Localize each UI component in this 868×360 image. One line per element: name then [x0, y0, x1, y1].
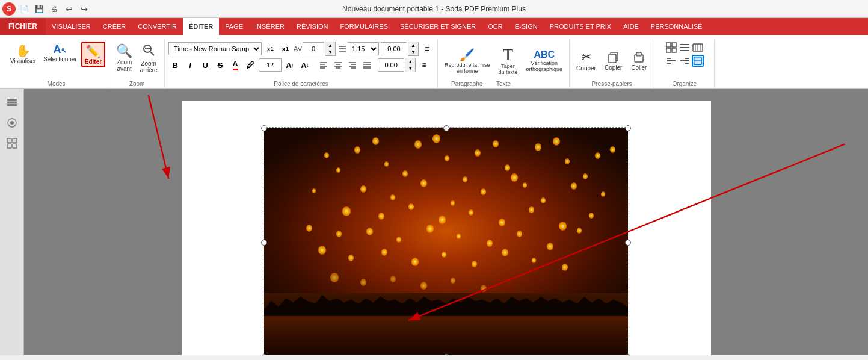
align-left-btn[interactable]: [317, 58, 330, 72]
menu-creer[interactable]: CRÉER: [97, 18, 132, 35]
verification-btn[interactable]: ABC Vérificationorthographique: [523, 48, 566, 74]
selectionner-btn[interactable]: A↖ Sélectionner: [40, 42, 80, 64]
left-sidebar: [0, 89, 24, 355]
grow-font-btn[interactable]: A↑: [283, 58, 297, 72]
handle-bc[interactable]: [443, 354, 449, 355]
menu-ocr[interactable]: OCR: [482, 18, 508, 35]
visualiser-btn[interactable]: ✋ Visualiser: [7, 42, 39, 66]
align-center-btn[interactable]: [331, 58, 345, 72]
shrink-font-btn[interactable]: A↓: [298, 58, 312, 72]
print-button[interactable]: 🖨: [48, 2, 61, 16]
bold-btn[interactable]: B: [168, 58, 182, 72]
align-right-btn[interactable]: [346, 58, 359, 72]
menu-esign[interactable]: E-SIGN: [509, 18, 544, 35]
layers-btn[interactable]: [4, 94, 20, 111]
svg-rect-53: [7, 144, 11, 148]
font-size-input[interactable]: [259, 58, 282, 72]
highlight-btn[interactable]: 🖊: [244, 58, 257, 72]
superscript-btn[interactable]: x1: [263, 42, 277, 55]
handle-tc[interactable]: [443, 125, 449, 131]
content-btn[interactable]: [4, 114, 20, 131]
menu-editer[interactable]: ÉDITER: [183, 18, 219, 35]
line-spacing-icon: [337, 44, 347, 54]
strikethrough-btn[interactable]: S: [214, 58, 227, 72]
indent-input[interactable]: [381, 42, 407, 55]
svg-rect-28: [672, 43, 676, 47]
org-btn-1[interactable]: [665, 42, 677, 54]
svg-line-57: [149, 95, 169, 179]
couper-btn[interactable]: ✂ Couper: [573, 48, 599, 73]
font-group: Times New Roman Sample x1 x1 AV ▲ ▼ 1: [165, 39, 438, 87]
taper-btn[interactable]: T Taperdu texte: [496, 45, 521, 77]
menu-produits[interactable]: PRODUITS ET PRIX: [544, 18, 617, 35]
format-painter-icon: 🖌️: [460, 48, 475, 62]
menu-personnalise[interactable]: PERSONNALISÉ: [645, 18, 709, 35]
scissors-icon: ✂: [581, 49, 592, 65]
list-btn[interactable]: ≡: [420, 42, 434, 55]
reproduire-btn[interactable]: 🖌️ Reproduire la miseen forme: [442, 46, 493, 76]
indent-up[interactable]: ▲: [408, 42, 418, 49]
org-btn-4[interactable]: [665, 55, 677, 67]
menu-fichier[interactable]: FICHIER: [0, 18, 46, 35]
modes-group: ✋ Visualiser A↖ Sélectionner ✏️ Éditer M…: [4, 39, 109, 87]
menu-aide[interactable]: AIDE: [617, 18, 645, 35]
menu-formulaires[interactable]: FORMULAIRES: [334, 18, 394, 35]
hand-icon: ✋: [16, 43, 31, 58]
italic-btn[interactable]: I: [183, 58, 197, 72]
save-button[interactable]: 💾: [32, 2, 46, 16]
texte-group: 🖌️ Reproduire la miseen forme T Taperdu …: [438, 39, 570, 87]
font-group-label: Police de caractères: [274, 79, 328, 87]
org-btn-2[interactable]: [679, 42, 691, 54]
list2-btn[interactable]: ≡: [417, 58, 431, 72]
underline-a-icon: A: [233, 60, 238, 70]
svg-rect-27: [666, 43, 671, 47]
zoom-avant-btn[interactable]: 🔍 Zoom avant: [113, 42, 135, 74]
handle-ml[interactable]: [261, 240, 267, 246]
menu-bar: FICHIER VISUALISER CRÉER CONVERTIR ÉDITE…: [0, 18, 868, 35]
new-button[interactable]: 📄: [17, 2, 31, 16]
svg-rect-52: [13, 138, 17, 143]
underline-btn[interactable]: U: [199, 58, 212, 72]
org-btn-5[interactable]: [679, 55, 691, 67]
handle-tl[interactable]: [261, 125, 267, 131]
zoom-arriere-btn[interactable]: Zoom arrière: [137, 42, 161, 75]
font-family-select[interactable]: Times New Roman Sample: [168, 42, 262, 55]
org-btn-6[interactable]: [692, 55, 704, 67]
org-btn-3[interactable]: [692, 42, 704, 54]
menu-inserer[interactable]: INSÉRER: [249, 18, 291, 35]
subscript-btn[interactable]: x1: [279, 42, 292, 55]
menu-visualiser[interactable]: VISUALISER: [46, 18, 97, 35]
menu-revision[interactable]: RÉVISION: [291, 18, 334, 35]
svg-rect-48: [7, 99, 17, 101]
thumbnails-btn[interactable]: [4, 135, 20, 152]
handle-mr[interactable]: [625, 240, 631, 246]
underline-color-btn[interactable]: A: [229, 58, 242, 72]
spacing-input[interactable]: [378, 58, 404, 72]
spacing-down[interactable]: ▼: [405, 65, 415, 72]
spacing-up[interactable]: ▲: [405, 58, 415, 65]
soda-logo[interactable]: S: [2, 2, 16, 16]
menu-convertir[interactable]: CONVERTIR: [132, 18, 183, 35]
handle-tr[interactable]: [625, 125, 631, 131]
coller-btn[interactable]: Coller: [627, 48, 650, 73]
selected-image-container[interactable]: [264, 128, 628, 355]
zoom-in-icon: 🔍: [116, 43, 132, 59]
av-down[interactable]: ▼: [325, 49, 335, 55]
svg-rect-30: [672, 48, 676, 52]
svg-rect-54: [13, 144, 17, 148]
copier-btn[interactable]: Copier: [602, 48, 625, 73]
menu-page[interactable]: PAGE: [219, 18, 249, 35]
menu-securiser[interactable]: SÉCURISER ET SIGNER: [394, 18, 482, 35]
indent-down[interactable]: ▼: [408, 49, 418, 55]
undo-button[interactable]: ↩: [63, 2, 76, 16]
av-up[interactable]: ▲: [325, 42, 335, 49]
presse-papiers-group-label: Presse-papiers: [592, 79, 632, 87]
av-input[interactable]: [303, 42, 324, 55]
redo-button[interactable]: ↪: [78, 2, 91, 16]
handle-br[interactable]: [625, 354, 631, 355]
justify-btn[interactable]: [360, 58, 374, 72]
text-cursor-icon: T: [503, 46, 513, 63]
editer-btn[interactable]: ✏️ Éditer: [81, 42, 105, 67]
line-spacing-select[interactable]: 1.15: [348, 42, 379, 55]
svg-rect-46: [7, 104, 17, 106]
